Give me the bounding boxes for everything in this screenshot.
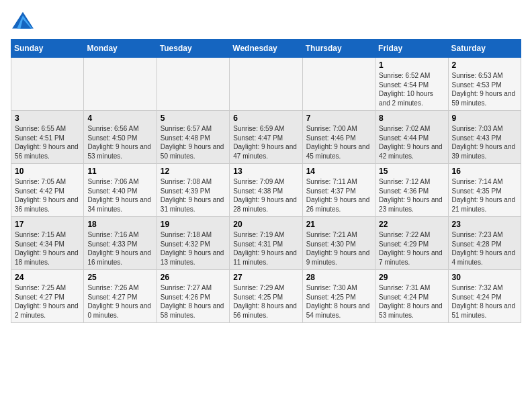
day-number: 22: [379, 220, 444, 229]
day-info: Sunrise: 7:25 AM Sunset: 4:27 PM Dayligh…: [15, 283, 80, 320]
calendar-week-1: 1Sunrise: 6:52 AM Sunset: 4:54 PM Daylig…: [11, 58, 521, 111]
calendar-week-4: 17Sunrise: 7:15 AM Sunset: 4:34 PM Dayli…: [11, 217, 521, 270]
logo-icon: [11, 11, 35, 31]
calendar-week-5: 24Sunrise: 7:25 AM Sunset: 4:27 PM Dayli…: [11, 270, 521, 323]
calendar-cell: [230, 58, 302, 111]
day-number: 28: [306, 273, 371, 282]
header-wednesday: Wednesday: [230, 40, 302, 58]
day-info: Sunrise: 7:27 AM Sunset: 4:26 PM Dayligh…: [161, 283, 226, 320]
day-number: 9: [452, 113, 517, 123]
day-number: 6: [233, 113, 298, 123]
calendar-cell: 21Sunrise: 7:21 AM Sunset: 4:30 PM Dayli…: [302, 217, 375, 270]
day-number: 1: [379, 60, 444, 70]
day-info: Sunrise: 6:56 AM Sunset: 4:50 PM Dayligh…: [87, 124, 152, 161]
day-number: 30: [452, 273, 517, 282]
calendar-table: SundayMondayTuesdayWednesdayThursdayFrid…: [11, 39, 521, 323]
calendar-cell: 28Sunrise: 7:30 AM Sunset: 4:25 PM Dayli…: [302, 270, 375, 323]
day-number: 17: [15, 220, 80, 229]
day-info: Sunrise: 7:18 AM Sunset: 4:32 PM Dayligh…: [161, 230, 226, 267]
calendar-cell: 18Sunrise: 7:16 AM Sunset: 4:33 PM Dayli…: [84, 217, 157, 270]
day-info: Sunrise: 7:21 AM Sunset: 4:30 PM Dayligh…: [306, 230, 371, 267]
header-friday: Friday: [375, 40, 448, 58]
day-number: 19: [161, 220, 226, 229]
calendar-cell: 26Sunrise: 7:27 AM Sunset: 4:26 PM Dayli…: [157, 270, 229, 323]
day-number: 23: [452, 220, 517, 229]
calendar-cell: 27Sunrise: 7:29 AM Sunset: 4:25 PM Dayli…: [230, 270, 302, 323]
calendar-cell: 8Sunrise: 7:02 AM Sunset: 4:44 PM Daylig…: [375, 111, 448, 164]
calendar-cell: 4Sunrise: 6:56 AM Sunset: 4:50 PM Daylig…: [84, 111, 157, 164]
calendar-cell: 11Sunrise: 7:06 AM Sunset: 4:40 PM Dayli…: [84, 164, 157, 217]
calendar-cell: 3Sunrise: 6:55 AM Sunset: 4:51 PM Daylig…: [11, 111, 84, 164]
day-info: Sunrise: 7:05 AM Sunset: 4:42 PM Dayligh…: [15, 177, 80, 214]
header-tuesday: Tuesday: [157, 40, 229, 58]
calendar-cell: 22Sunrise: 7:22 AM Sunset: 4:29 PM Dayli…: [375, 217, 448, 270]
day-number: 25: [87, 273, 152, 282]
day-number: 5: [161, 113, 226, 123]
header-sunday: Sunday: [11, 40, 84, 58]
calendar-header-row: SundayMondayTuesdayWednesdayThursdayFrid…: [11, 40, 521, 58]
day-number: 24: [15, 273, 80, 282]
day-number: 10: [15, 167, 80, 176]
calendar-cell: 5Sunrise: 6:57 AM Sunset: 4:48 PM Daylig…: [157, 111, 229, 164]
calendar-cell: 7Sunrise: 7:00 AM Sunset: 4:46 PM Daylig…: [302, 111, 375, 164]
day-info: Sunrise: 7:02 AM Sunset: 4:44 PM Dayligh…: [379, 124, 444, 161]
day-info: Sunrise: 7:22 AM Sunset: 4:29 PM Dayligh…: [379, 230, 444, 267]
calendar-cell: [84, 58, 157, 111]
day-info: Sunrise: 7:03 AM Sunset: 4:43 PM Dayligh…: [452, 124, 517, 161]
day-number: 27: [233, 273, 298, 282]
day-info: Sunrise: 7:19 AM Sunset: 4:31 PM Dayligh…: [233, 230, 298, 267]
day-info: Sunrise: 6:52 AM Sunset: 4:54 PM Dayligh…: [379, 71, 444, 107]
day-info: Sunrise: 7:31 AM Sunset: 4:24 PM Dayligh…: [379, 283, 444, 320]
calendar-cell: 15Sunrise: 7:12 AM Sunset: 4:36 PM Dayli…: [375, 164, 448, 217]
day-number: 4: [87, 113, 152, 123]
day-number: 21: [306, 220, 371, 229]
header-saturday: Saturday: [448, 40, 521, 58]
calendar-cell: [302, 58, 375, 111]
day-info: Sunrise: 7:16 AM Sunset: 4:33 PM Dayligh…: [87, 230, 152, 267]
calendar-cell: 25Sunrise: 7:26 AM Sunset: 4:27 PM Dayli…: [84, 270, 157, 323]
day-number: 20: [233, 220, 298, 229]
day-number: 15: [379, 167, 444, 176]
day-info: Sunrise: 7:09 AM Sunset: 4:38 PM Dayligh…: [233, 177, 298, 214]
header: [11, 11, 521, 31]
day-info: Sunrise: 6:55 AM Sunset: 4:51 PM Dayligh…: [15, 124, 80, 161]
day-number: 11: [87, 167, 152, 176]
day-number: 2: [452, 60, 517, 70]
day-number: 12: [161, 167, 226, 176]
calendar-cell: 6Sunrise: 6:59 AM Sunset: 4:47 PM Daylig…: [230, 111, 302, 164]
day-number: 13: [233, 167, 298, 176]
day-info: Sunrise: 7:23 AM Sunset: 4:28 PM Dayligh…: [452, 230, 517, 267]
calendar-cell: 9Sunrise: 7:03 AM Sunset: 4:43 PM Daylig…: [448, 111, 521, 164]
day-number: 18: [87, 220, 152, 229]
calendar-cell: 17Sunrise: 7:15 AM Sunset: 4:34 PM Dayli…: [11, 217, 84, 270]
day-number: 3: [15, 113, 80, 123]
day-info: Sunrise: 7:14 AM Sunset: 4:35 PM Dayligh…: [452, 177, 517, 214]
calendar-cell: 19Sunrise: 7:18 AM Sunset: 4:32 PM Dayli…: [157, 217, 229, 270]
day-info: Sunrise: 7:15 AM Sunset: 4:34 PM Dayligh…: [15, 230, 80, 267]
day-info: Sunrise: 6:53 AM Sunset: 4:53 PM Dayligh…: [452, 71, 517, 107]
calendar-cell: 20Sunrise: 7:19 AM Sunset: 4:31 PM Dayli…: [230, 217, 302, 270]
logo: [11, 11, 38, 31]
calendar-cell: 23Sunrise: 7:23 AM Sunset: 4:28 PM Dayli…: [448, 217, 521, 270]
day-number: 26: [161, 273, 226, 282]
calendar-cell: 30Sunrise: 7:32 AM Sunset: 4:24 PM Dayli…: [448, 270, 521, 323]
day-number: 14: [306, 167, 371, 176]
calendar-cell: 1Sunrise: 6:52 AM Sunset: 4:54 PM Daylig…: [375, 58, 448, 111]
day-info: Sunrise: 6:59 AM Sunset: 4:47 PM Dayligh…: [233, 124, 298, 161]
calendar-cell: 13Sunrise: 7:09 AM Sunset: 4:38 PM Dayli…: [230, 164, 302, 217]
day-info: Sunrise: 7:06 AM Sunset: 4:40 PM Dayligh…: [87, 177, 152, 214]
day-number: 8: [379, 113, 444, 123]
calendar-cell: 14Sunrise: 7:11 AM Sunset: 4:37 PM Dayli…: [302, 164, 375, 217]
day-info: Sunrise: 7:26 AM Sunset: 4:27 PM Dayligh…: [87, 283, 152, 320]
calendar-cell: 10Sunrise: 7:05 AM Sunset: 4:42 PM Dayli…: [11, 164, 84, 217]
calendar-week-3: 10Sunrise: 7:05 AM Sunset: 4:42 PM Dayli…: [11, 164, 521, 217]
day-info: Sunrise: 7:30 AM Sunset: 4:25 PM Dayligh…: [306, 283, 371, 320]
day-number: 7: [306, 113, 371, 123]
day-info: Sunrise: 7:32 AM Sunset: 4:24 PM Dayligh…: [452, 283, 517, 320]
day-number: 29: [379, 273, 444, 282]
day-info: Sunrise: 7:29 AM Sunset: 4:25 PM Dayligh…: [233, 283, 298, 320]
calendar-cell: [157, 58, 229, 111]
day-info: Sunrise: 7:08 AM Sunset: 4:39 PM Dayligh…: [161, 177, 226, 214]
day-info: Sunrise: 7:00 AM Sunset: 4:46 PM Dayligh…: [306, 124, 371, 161]
day-number: 16: [452, 167, 517, 176]
